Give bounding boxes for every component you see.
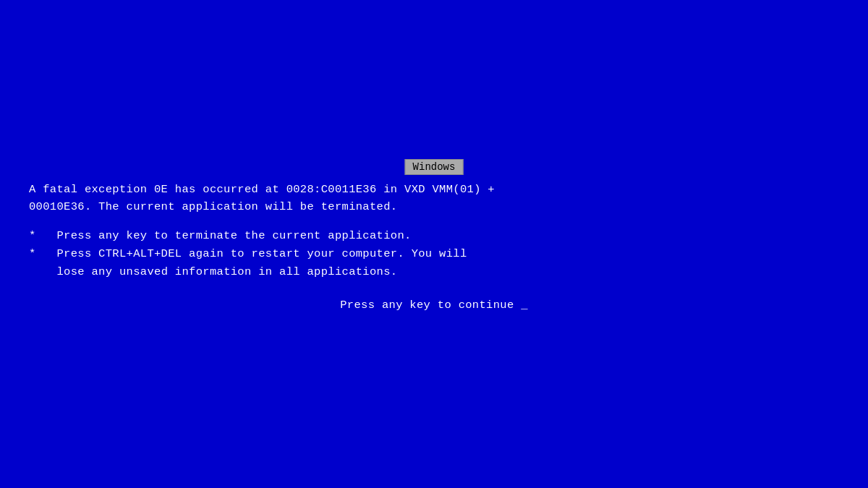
windows-title-bar: Windows	[405, 159, 464, 175]
bullet-1: * Press any key to terminate the current…	[29, 227, 839, 245]
continue-text: Press any key to continue _	[340, 299, 528, 312]
bullet-2-line-2: lose any unsaved information in all appl…	[29, 263, 839, 281]
continue-line: Press any key to continue _	[29, 296, 839, 314]
bsod-screen: Windows A fatal exception 0E has occurre…	[0, 0, 868, 488]
bullet-section: * Press any key to terminate the current…	[29, 227, 839, 281]
bullet-2-line-1: * Press CTRL+ALT+DEL again to restart yo…	[29, 245, 839, 263]
error-line-1: A fatal exception 0E has occurred at 002…	[29, 181, 839, 198]
error-line-2: 00010E36. The current application will b…	[29, 198, 839, 215]
content-block: A fatal exception 0E has occurred at 002…	[29, 181, 839, 314]
